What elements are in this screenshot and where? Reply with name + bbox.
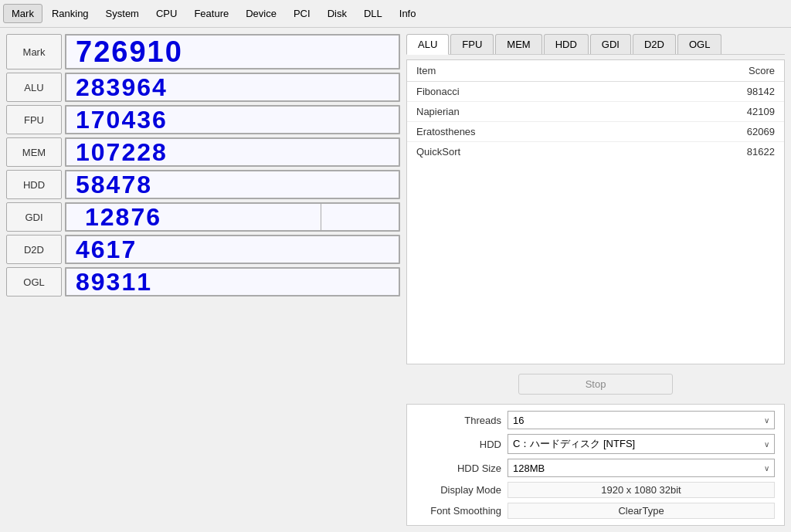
config-label-hdd: HDD — [416, 439, 501, 450]
score-row: Fibonacci98142 — [407, 82, 784, 102]
config-select-hdd-size[interactable]: 128MB∨ — [508, 459, 775, 477]
bench-value-box-mark: 726910 — [65, 34, 400, 69]
sub-tab-gdi[interactable]: GDI — [590, 34, 631, 54]
bench-row-d2d: D2D4617 — [6, 235, 400, 264]
score-value: 42109 — [747, 106, 775, 117]
menu-item-dll[interactable]: DLL — [356, 5, 390, 22]
config-select-threads[interactable]: 16∨ — [508, 411, 775, 429]
main-content: Mark726910ALU283964FPU170436MEM107228HDD… — [0, 28, 791, 532]
bench-value-box-hdd: 58478 — [65, 170, 400, 199]
menu-bar: MarkRankingSystemCPUFeatureDevicePCIDisk… — [0, 0, 791, 28]
bench-label-ogl[interactable]: OGL — [6, 267, 62, 296]
score-table: Item Score Fibonacci98142Napierian42109E… — [406, 59, 785, 364]
bench-value-box-alu: 283964 — [65, 73, 400, 102]
bench-label-mem[interactable]: MEM — [6, 137, 62, 167]
bench-value-gdi: 12876 — [85, 203, 161, 232]
bench-value-fpu: 170436 — [76, 106, 168, 134]
config-section: Threads16∨HDDC：ハードディスク [NTFS]∨HDD Size12… — [406, 404, 785, 526]
bench-row-gdi: GDI12876 — [6, 202, 400, 232]
bench-row-mark: Mark726910 — [6, 34, 400, 69]
chevron-down-icon: ∨ — [764, 464, 769, 473]
sub-tab-fpu[interactable]: FPU — [450, 34, 494, 54]
config-label-hdd-size: HDD Size — [416, 463, 501, 474]
bench-row-mem: MEM107228 — [6, 137, 400, 167]
bench-label-fpu[interactable]: FPU — [6, 105, 62, 134]
bench-value-mark: 726910 — [76, 36, 183, 69]
menu-item-cpu[interactable]: CPU — [148, 5, 185, 22]
config-row-hdd: HDDC：ハードディスク [NTFS]∨ — [416, 434, 775, 454]
score-row: Eratosthenes62069 — [407, 122, 784, 142]
config-select-value: 128MB — [513, 463, 545, 474]
split-left-gdi: 12876 — [76, 204, 321, 230]
config-text-display-mode: 1920 x 1080 32bit — [508, 482, 775, 498]
menu-item-ranking[interactable]: Ranking — [44, 5, 97, 22]
config-row-font-smoothing: Font SmoothingClearType — [416, 503, 775, 519]
config-select-hdd[interactable]: C：ハードディスク [NTFS]∨ — [508, 434, 775, 454]
bench-value-d2d: 4617 — [76, 236, 137, 264]
menu-item-mark[interactable]: Mark — [3, 4, 42, 23]
bench-value-ogl: 89311 — [76, 268, 152, 296]
score-row: Napierian42109 — [407, 102, 784, 122]
score-value: 98142 — [747, 86, 775, 97]
left-panel: Mark726910ALU283964FPU170436MEM107228HDD… — [6, 34, 400, 526]
menu-item-system[interactable]: System — [98, 5, 147, 22]
bench-value-box-mem: 107228 — [65, 137, 400, 167]
bench-row-hdd: HDD58478 — [6, 170, 400, 199]
config-label-threads: Threads — [416, 415, 501, 426]
config-select-value: 16 — [513, 415, 524, 426]
sub-tab-d2d[interactable]: D2D — [633, 34, 676, 54]
config-label-font-smoothing: Font Smoothing — [416, 505, 501, 517]
score-row: QuickSort81622 — [407, 142, 784, 161]
bench-value-box-d2d: 4617 — [65, 235, 400, 264]
config-row-hdd-size: HDD Size128MB∨ — [416, 459, 775, 477]
bench-row-ogl: OGL89311 — [6, 267, 400, 296]
score-col-item: Item — [416, 65, 436, 76]
bench-value-mem: 107228 — [76, 138, 168, 167]
sub-tabs: ALUFPUMEMHDDGDID2DOGL — [406, 34, 785, 55]
menu-item-disk[interactable]: Disk — [320, 5, 355, 22]
menu-item-feature[interactable]: Feature — [186, 5, 236, 22]
menu-item-info[interactable]: Info — [392, 5, 424, 22]
chevron-down-icon: ∨ — [764, 440, 769, 449]
score-item: QuickSort — [416, 146, 460, 158]
bench-value-hdd: 58478 — [76, 171, 152, 199]
bench-label-mark[interactable]: Mark — [6, 34, 62, 69]
bench-label-d2d[interactable]: D2D — [6, 235, 62, 264]
score-value: 62069 — [747, 126, 775, 137]
menu-item-device[interactable]: Device — [238, 5, 284, 22]
score-table-header: Item Score — [407, 60, 784, 82]
config-row-display-mode: Display Mode1920 x 1080 32bit — [416, 482, 775, 498]
bench-value-box-gdi: 12876 — [65, 202, 400, 232]
bench-value-box-ogl: 89311 — [65, 267, 400, 296]
stop-btn-area: Stop — [406, 369, 785, 399]
config-row-threads: Threads16∨ — [416, 411, 775, 429]
config-select-value: C：ハードディスク [NTFS] — [513, 437, 635, 451]
bench-label-hdd[interactable]: HDD — [6, 170, 62, 199]
menu-item-pci[interactable]: PCI — [286, 5, 318, 22]
score-col-score: Score — [749, 65, 775, 76]
bench-label-alu[interactable]: ALU — [6, 73, 62, 102]
sub-tab-mem[interactable]: MEM — [495, 34, 541, 54]
bench-value-box-fpu: 170436 — [65, 105, 400, 134]
score-value: 81622 — [747, 146, 775, 158]
chevron-down-icon: ∨ — [764, 416, 769, 425]
sub-tab-ogl[interactable]: OGL — [677, 34, 721, 54]
bench-label-gdi[interactable]: GDI — [6, 202, 62, 232]
score-item: Eratosthenes — [416, 126, 476, 137]
score-item: Napierian — [416, 106, 460, 117]
sub-tab-hdd[interactable]: HDD — [544, 34, 589, 54]
bench-row-alu: ALU283964 — [6, 73, 400, 102]
split-right-gdi — [321, 204, 399, 230]
bench-row-fpu: FPU170436 — [6, 105, 400, 134]
stop-button[interactable]: Stop — [518, 374, 673, 395]
sub-tab-alu[interactable]: ALU — [406, 34, 449, 55]
config-label-display-mode: Display Mode — [416, 484, 501, 496]
right-panel: ALUFPUMEMHDDGDID2DOGL Item Score Fibonac… — [406, 34, 785, 526]
config-text-font-smoothing: ClearType — [508, 503, 775, 519]
bench-value-alu: 283964 — [76, 73, 168, 102]
score-item: Fibonacci — [416, 86, 460, 97]
